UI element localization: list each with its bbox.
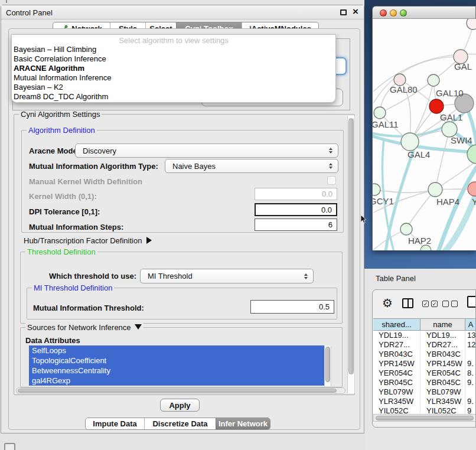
float-window-icon[interactable] [340, 9, 347, 15]
dropdown-item[interactable]: Bayesian – K2 [12, 83, 335, 92]
apply-button[interactable]: Apply [160, 399, 200, 412]
table-panel-title: Table Panel [376, 274, 416, 283]
table-row[interactable]: YER054CYER054C8. [373, 369, 476, 378]
cell-value [465, 387, 476, 397]
settings-horizontal-scrollbar[interactable] [16, 387, 345, 394]
table-rows: YDL19...YDL19...13 YDR27...YDR27...12 YB… [373, 331, 476, 414]
cell-shared: YLR345W [373, 397, 420, 406]
node-unlabeled[interactable] [467, 19, 476, 30]
minimize-traffic-light-icon[interactable] [390, 9, 397, 17]
control-panel-titlebar: Control Panel × [1, 5, 364, 19]
cell-shared: YBR045C [373, 378, 420, 387]
node-gal80[interactable] [394, 74, 406, 86]
cell-shared: YPR145W [373, 359, 420, 369]
cell-value: 13 [465, 331, 476, 340]
network-window-titlebar[interactable] [372, 6, 476, 19]
unselect-all-columns-icon[interactable] [442, 301, 458, 307]
node-gal4[interactable] [401, 133, 419, 151]
dropdown-item[interactable]: Dream8 DC_TDC Algorithm [12, 92, 335, 102]
node-red-selected[interactable] [429, 99, 444, 113]
tab-infer-network[interactable]: Infer Network [216, 418, 270, 429]
table-row[interactable]: YBL079WYBL079W [373, 387, 476, 397]
table-row[interactable]: YBR043CYBR043C [373, 350, 476, 359]
node-label: GAL10 [436, 88, 464, 98]
mi-type-label: Mutual Information Algorithm Type: [29, 162, 158, 171]
table-panel: Table Panel ⚙ ✓✓ shared... name A YDL19.… [364, 269, 476, 450]
table-row[interactable]: YBR045CYBR045C9. [373, 378, 476, 387]
mi-type-value: Naive Bayes [172, 162, 216, 171]
sources-title[interactable]: Sources for Network Inference [25, 323, 144, 332]
dpi-tolerance-input[interactable] [255, 203, 337, 216]
show-columns-icon[interactable] [402, 298, 413, 308]
node-gcy1[interactable] [373, 184, 380, 195]
list-item-selected[interactable]: SelfLoops [29, 345, 324, 356]
mi-threshold-input[interactable] [250, 300, 334, 314]
cell-value [465, 350, 476, 359]
column-header-partial[interactable]: A [465, 318, 476, 331]
network-edges-teal [373, 112, 476, 250]
mi-type-combobox[interactable]: Naive Bayes [165, 159, 338, 173]
gear-icon[interactable]: ⚙ [382, 297, 393, 309]
tab-discretize-data[interactable]: Discretize Data [144, 418, 216, 429]
cell-value: 9 [465, 406, 476, 414]
node-salmon[interactable] [468, 182, 476, 196]
dropdown-item-selected[interactable]: ARACNE Algorithm [12, 64, 335, 73]
node-table: ⚙ ✓✓ shared... name A YDL19...YDL19...13… [372, 289, 476, 428]
table-row[interactable]: YDL19...YDL19...13 [373, 331, 476, 340]
node-hap4[interactable] [428, 182, 442, 197]
cell-value: 9. [465, 397, 476, 406]
select-all-columns-icon[interactable]: ✓✓ [422, 301, 438, 307]
tab-infer-network-label: Infer Network [219, 419, 268, 428]
settings-vertical-scrollbar[interactable] [347, 116, 355, 393]
table-row[interactable]: YPR145WYPR145W9. [373, 359, 476, 369]
node-gal10[interactable] [428, 74, 439, 86]
table-horizontal-scrollbar[interactable] [373, 414, 476, 422]
cell-name: YDR27... [420, 340, 465, 350]
network-view-window: GAL GAL80 GAL10 GAL1 GAL11 SWI4 GAL4 GCY… [372, 6, 476, 250]
table-row[interactable]: YIL052CYIL052C9 [373, 406, 476, 414]
cell-value: 8. [465, 369, 476, 378]
column-header-name[interactable]: name [420, 318, 465, 331]
algorithm-definition-group: Algorithm Definition Aracne Mode: Discov… [21, 130, 344, 233]
node-hap2[interactable] [400, 223, 412, 235]
sources-title-label: Sources for Network Inference [27, 323, 131, 332]
cell-value: 12 [465, 340, 476, 350]
zoom-traffic-light-icon[interactable] [400, 9, 407, 17]
tab-impute-data[interactable]: Impute Data [86, 418, 144, 429]
corner-widget-icon[interactable] [4, 443, 15, 450]
dropdown-item[interactable]: Bayesian – Hill Climbing [12, 45, 335, 54]
list-item-selected[interactable]: TopologicalCoefficient [29, 356, 324, 366]
cell-shared: YDR27... [373, 340, 420, 350]
kernel-width-input[interactable] [255, 188, 337, 200]
hub-factor-section-toggle[interactable]: Hub/Transcription Factor Definition [24, 236, 152, 245]
table-row[interactable]: YDR27...YDR27...12 [373, 340, 476, 350]
attributes-list-scrollbar[interactable] [324, 345, 331, 386]
close-icon[interactable]: × [353, 6, 358, 18]
column-header-shared[interactable]: shared... [373, 318, 420, 331]
hub-factor-label: Hub/Transcription Factor Definition [24, 236, 142, 245]
expanded-arrow-icon [135, 324, 142, 330]
manual-kernel-checkbox[interactable] [327, 176, 336, 185]
node-swi4[interactable] [467, 145, 476, 164]
node-gal11[interactable] [374, 107, 386, 119]
list-item-selected[interactable]: BetweennessCentrality [29, 366, 324, 376]
mi-steps-input[interactable] [255, 219, 337, 231]
new-table-icon[interactable] [467, 296, 476, 308]
node-label: GAL [454, 61, 472, 71]
network-graph [373, 19, 476, 250]
list-item-selected[interactable]: gal4RGexp [29, 376, 324, 386]
node-label: GCY1 [372, 196, 394, 206]
cell-value: 9. [465, 378, 476, 387]
dropdown-item[interactable]: Basic Correlation Inference [12, 54, 335, 64]
manual-kernel-label: Manual Kernel Width Definition [29, 177, 142, 186]
dropdown-prompt: Select algorithm to view settings [12, 36, 335, 45]
which-threshold-combobox[interactable]: MI Threshold [140, 269, 314, 283]
network-canvas[interactable]: GAL GAL80 GAL10 GAL1 GAL11 SWI4 GAL4 GCY… [372, 19, 476, 250]
dropdown-item[interactable]: Mutual Information Inference [12, 73, 335, 83]
control-panel-title: Control Panel [6, 8, 53, 17]
node-label: SWI4 [451, 135, 472, 145]
table-row[interactable]: YLR345WYLR345W9. [373, 397, 476, 406]
close-traffic-light-icon[interactable] [380, 9, 387, 17]
cyni-algorithm-settings-group: Cyni Algorithm Settings Algorithm Defini… [14, 114, 355, 395]
aracne-mode-combobox[interactable]: Discovery [75, 144, 338, 158]
